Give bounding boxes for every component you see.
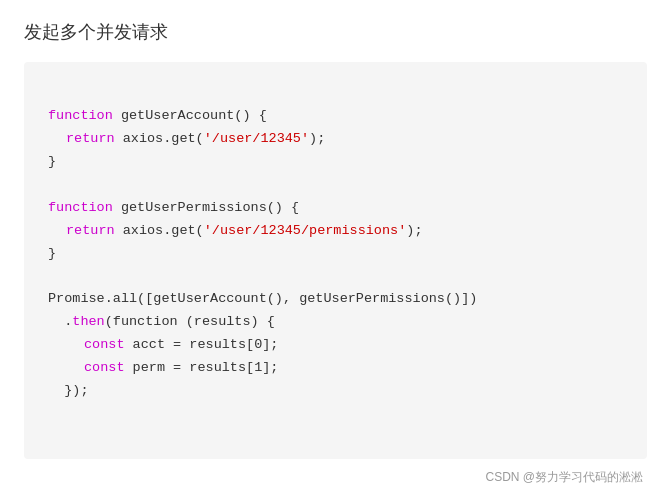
code-line: .then(function (results) {: [48, 311, 623, 334]
keyword: return: [66, 223, 115, 238]
plain-text: .: [48, 314, 72, 329]
code-line: return axios.get('/user/12345/permission…: [48, 220, 623, 243]
plain-text: (function (results) {: [105, 314, 275, 329]
code-line: });: [48, 380, 623, 403]
plain-text: axios.get(: [115, 223, 204, 238]
code-line: const perm = results[1];: [48, 357, 623, 380]
code-line: [48, 174, 623, 197]
keyword: function: [48, 200, 113, 215]
code-line: function getUserAccount() {: [48, 105, 623, 128]
page-container: 发起多个并发请求 function getUserAccount() { ret…: [0, 0, 671, 502]
code-line: function getUserPermissions() {: [48, 197, 623, 220]
code-content: function getUserAccount() { return axios…: [48, 82, 623, 403]
code-line: Promise.all([getUserAccount(), getUserPe…: [48, 288, 623, 311]
page-title: 发起多个并发请求: [24, 20, 647, 44]
code-line: const acct = results[0];: [48, 334, 623, 357]
fn-text: getUserAccount() {: [113, 108, 267, 123]
string: '/user/12345': [204, 131, 309, 146]
code-line: return axios.get('/user/12345');: [48, 128, 623, 151]
plain-text: axios.get(: [115, 131, 204, 146]
fn-text: getUserPermissions() {: [113, 200, 299, 215]
code-line: [48, 82, 623, 105]
plain-text: );: [406, 223, 422, 238]
code-block: function getUserAccount() { return axios…: [24, 62, 647, 459]
keyword: return: [66, 131, 115, 146]
plain-text: Promise.all([getUserAccount(), getUserPe…: [48, 291, 477, 306]
keyword: const: [84, 360, 125, 375]
string: '/user/12345/permissions': [204, 223, 407, 238]
plain-text: });: [48, 383, 89, 398]
code-line: }: [48, 151, 623, 174]
plain-text: acct = results[0];: [125, 337, 279, 352]
keyword: function: [48, 108, 113, 123]
plain-text: }: [48, 154, 56, 169]
plain-text: perm = results[1];: [125, 360, 279, 375]
footer-text: CSDN @努力学习代码的淞淞: [24, 469, 647, 486]
code-line: }: [48, 243, 623, 266]
code-line: [48, 266, 623, 289]
keyword: const: [84, 337, 125, 352]
plain-text: }: [48, 246, 56, 261]
plain-text: );: [309, 131, 325, 146]
keyword-then: then: [72, 314, 104, 329]
